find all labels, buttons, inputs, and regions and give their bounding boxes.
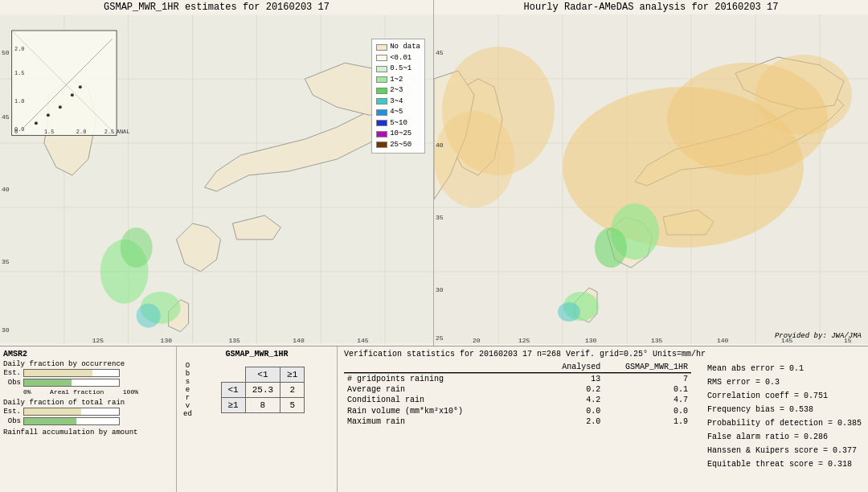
legend-color-5-10: [376, 120, 387, 126]
svg-point-31: [59, 105, 62, 109]
contingency-table-panel: GSMAP_MWR_1HR O b s e r v ed <1 ≥1: [177, 346, 338, 492]
svg-text:30: 30: [436, 286, 444, 293]
stat-rms-error: RMS error = 0.3: [707, 375, 862, 389]
svg-text:40: 40: [436, 141, 444, 149]
chart-total-rain-title: Daily fraction of total rain: [3, 399, 173, 407]
observed-letter-r: r: [186, 394, 190, 402]
chart-occurrence: Daily fraction by occurrence Est. Obs: [3, 360, 173, 396]
axis-end-1: 100%: [123, 388, 138, 396]
bar-outer-est-2: [23, 408, 120, 416]
stats-data-table: Analysed GSMAP_MWR_1HR # gridpoints rain…: [344, 362, 691, 427]
bar-inner-est-1: [24, 370, 92, 376]
legend-item-2-3: 2~3: [376, 85, 420, 96]
legend-label-1-2: 1~2: [390, 75, 403, 86]
cell-lt1-gte1: 2: [280, 383, 305, 398]
svg-point-13: [121, 228, 153, 268]
svg-text:125: 125: [92, 337, 104, 344]
svg-point-60: [434, 111, 514, 207]
table-row-lt1: <1 25.3 2: [221, 383, 305, 398]
svg-point-33: [79, 85, 82, 88]
bottom-left-panel: AMSR2 Daily fraction by occurrence Est. …: [0, 346, 177, 492]
svg-text:25: 25: [436, 334, 444, 342]
legend-label-10-25: 10~25: [390, 129, 411, 140]
legend-item-05-1: 0.5~1: [376, 64, 420, 75]
left-map-title: GSMAP_MWR_1HR estimates for 20160203 17: [0, 0, 433, 14]
bar-inner-obs-1: [24, 379, 72, 386]
svg-text:1.0: 1.0: [14, 98, 25, 105]
svg-text:130: 130: [161, 337, 173, 344]
svg-text:2.0: 2.0: [14, 46, 25, 52]
contingency-table-title: GSMAP_MWR_1HR: [183, 350, 330, 359]
legend-item-1-2: 1~2: [376, 75, 420, 86]
provided-label: Provided by: JWA/JMA: [775, 332, 862, 340]
legend-item-5-10: 5~10: [376, 118, 420, 129]
svg-point-32: [71, 93, 74, 96]
right-map-title: Hourly Radar-AMeDAS analysis for 2016020…: [434, 0, 868, 14]
svg-text:ANAL: ANAL: [117, 129, 130, 135]
svg-text:140: 140: [293, 337, 305, 344]
legend-label-nodata: No data: [390, 42, 420, 53]
svg-text:1.5: 1.5: [14, 70, 25, 76]
bar-outer-obs-1: [23, 379, 120, 387]
svg-text:35: 35: [436, 214, 444, 221]
est-label-2: Est.: [3, 408, 21, 416]
svg-text:135: 135: [651, 337, 663, 344]
bar-chart-occurrence: Est. Obs: [3, 369, 173, 387]
legend-color-001: [376, 55, 387, 61]
amsr2-label: AMSR2: [3, 350, 173, 359]
observed-letter-v: v: [186, 402, 190, 410]
legend-label-2-3: 2~3: [390, 85, 403, 96]
stats-label-avg-rain: Average rain: [344, 384, 547, 395]
bar-row-est-2: Est.: [3, 408, 173, 416]
bar-row-obs-2: Obs: [3, 417, 173, 425]
svg-text:145: 145: [357, 337, 369, 344]
svg-point-29: [35, 121, 38, 125]
obs-label-bar-2: Obs: [3, 417, 21, 425]
legend-item-4-5: 4~5: [376, 107, 420, 118]
legend-color-10-25: [376, 131, 387, 137]
col-header-gte1: ≥1: [280, 367, 305, 383]
stats-label-gridpoints: # gridpoints raining: [344, 374, 547, 385]
contingency-table: <1 ≥1 <1 25.3 2 ≥1 8 5: [221, 367, 305, 413]
stats-val1-rain-vol: 0.0: [547, 405, 604, 416]
legend-color-nodata: [376, 44, 387, 51]
stats-col-empty: [344, 362, 547, 373]
legend-item-3-4: 3~4: [376, 96, 420, 108]
legend-label-3-4: 3~4: [390, 96, 403, 108]
axis-start-1: 0%: [23, 388, 31, 396]
stats-row-gridpoints: # gridpoints raining 13 7: [344, 374, 691, 385]
stats-label-max-rain: Maximum rain: [344, 416, 547, 427]
cell-gte1-lt1: 8: [245, 398, 280, 413]
axis-mid-1: Areal fraction: [50, 388, 104, 396]
row-header-gte1: ≥1: [221, 398, 245, 413]
observed-letter-ed: ed: [183, 410, 192, 418]
cell-lt1-lt1: 25.3: [245, 383, 280, 398]
bar-row-obs: Obs: [3, 379, 173, 387]
stat-equitable-threat: Equitable threat score = 0.318: [707, 457, 862, 471]
observed-letter-s: s: [186, 378, 190, 386]
stats-header-row: Analysed GSMAP_MWR_1HR: [344, 362, 691, 373]
table-row-gte1: ≥1 8 5: [221, 398, 305, 413]
bar-chart-total-rain: Est. Obs: [3, 408, 173, 425]
legend-label-5-10: 5~10: [390, 118, 407, 129]
legend-color-25-50: [376, 141, 387, 148]
left-map-svg: 0 1.5 2.0 2.5 ANAL 0.0 1.0 1.5 2.0: [0, 14, 433, 344]
svg-point-30: [47, 113, 50, 117]
stats-val2-avg-rain: 0.1: [604, 384, 691, 395]
chart-rainfall-title: Rainfall accumulation by amount: [3, 428, 173, 437]
stats-val1-cond-rain: 4.2: [547, 395, 604, 405]
bottom-row: AMSR2 Daily fraction by occurrence Est. …: [0, 346, 868, 492]
svg-text:50: 50: [2, 49, 10, 56]
stats-container: Analysed GSMAP_MWR_1HR # gridpoints rain…: [344, 362, 862, 471]
right-map-area: 45 40 35 30 25 20 125 130 135 140 145 15…: [434, 14, 868, 344]
stats-col-header-analysed: Analysed: [547, 362, 604, 373]
stats-val2-max-rain: 1.9: [604, 416, 691, 427]
bar-outer-est-1: [23, 369, 120, 377]
svg-text:2.5: 2.5: [104, 129, 115, 135]
stat-freq-bias: Frequency bias = 0.538: [707, 403, 862, 416]
svg-text:30: 30: [2, 326, 10, 334]
maps-row: GSMAP_MWR_1HR estimates for 20160203 17: [0, 0, 868, 346]
stat-corr-coeff: Correlation coeff = 0.751: [707, 389, 862, 403]
svg-text:2.0: 2.0: [76, 129, 87, 135]
legend-color-2-3: [376, 88, 387, 94]
